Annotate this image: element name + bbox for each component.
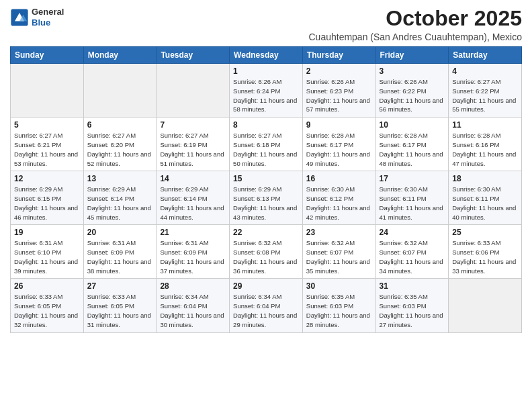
calendar-cell: 10Sunrise: 6:28 AM Sunset: 6:17 PM Dayli… (375, 118, 449, 171)
day-info: Sunrise: 6:28 AM Sunset: 6:17 PM Dayligh… (380, 131, 445, 168)
day-info: Sunrise: 6:26 AM Sunset: 6:23 PM Dayligh… (306, 77, 372, 114)
calendar-cell: 18Sunrise: 6:30 AM Sunset: 6:11 PM Dayli… (449, 171, 522, 225)
day-number: 21 (160, 228, 226, 237)
day-info: Sunrise: 6:30 AM Sunset: 6:11 PM Dayligh… (380, 185, 445, 222)
calendar-cell: 25Sunrise: 6:33 AM Sunset: 6:06 PM Dayli… (449, 225, 522, 279)
day-number: 10 (380, 120, 445, 130)
calendar-cell (157, 64, 230, 118)
day-info: Sunrise: 6:33 AM Sunset: 6:05 PM Dayligh… (14, 292, 80, 329)
day-number: 19 (14, 228, 80, 237)
day-info: Sunrise: 6:33 AM Sunset: 6:06 PM Dayligh… (452, 238, 518, 275)
day-info: Sunrise: 6:35 AM Sunset: 6:03 PM Dayligh… (380, 292, 445, 329)
week-row-4: 19Sunrise: 6:31 AM Sunset: 6:10 PM Dayli… (11, 225, 522, 279)
day-info: Sunrise: 6:35 AM Sunset: 6:03 PM Dayligh… (306, 292, 372, 329)
day-info: Sunrise: 6:31 AM Sunset: 6:09 PM Dayligh… (160, 238, 226, 275)
day-info: Sunrise: 6:34 AM Sunset: 6:04 PM Dayligh… (160, 292, 226, 329)
calendar-cell: 31Sunrise: 6:35 AM Sunset: 6:03 PM Dayli… (375, 279, 449, 332)
header-wednesday: Wednesday (230, 47, 303, 64)
day-info: Sunrise: 6:30 AM Sunset: 6:12 PM Dayligh… (306, 185, 372, 222)
week-row-3: 12Sunrise: 6:29 AM Sunset: 6:15 PM Dayli… (11, 171, 522, 225)
day-number: 4 (452, 66, 518, 76)
week-row-5: 26Sunrise: 6:33 AM Sunset: 6:05 PM Dayli… (11, 279, 522, 332)
day-number: 6 (87, 120, 153, 130)
day-number: 30 (306, 281, 372, 291)
day-number: 12 (14, 174, 80, 183)
day-number: 7 (160, 120, 226, 130)
calendar-cell: 29Sunrise: 6:34 AM Sunset: 6:04 PM Dayli… (230, 279, 303, 332)
header-sunday: Sunday (11, 47, 84, 64)
calendar-cell: 4Sunrise: 6:27 AM Sunset: 6:22 PM Daylig… (449, 64, 522, 118)
day-info: Sunrise: 6:34 AM Sunset: 6:04 PM Dayligh… (233, 292, 299, 329)
day-number: 16 (306, 174, 372, 183)
calendar-cell: 20Sunrise: 6:31 AM Sunset: 6:09 PM Dayli… (83, 225, 157, 279)
day-number: 2 (306, 66, 372, 76)
calendar-cell: 9Sunrise: 6:28 AM Sunset: 6:17 PM Daylig… (302, 118, 375, 171)
day-info: Sunrise: 6:29 AM Sunset: 6:13 PM Dayligh… (233, 185, 299, 222)
header-friday: Friday (375, 47, 449, 64)
day-info: Sunrise: 6:27 AM Sunset: 6:21 PM Dayligh… (14, 131, 80, 168)
header-monday: Monday (83, 47, 157, 64)
day-info: Sunrise: 6:32 AM Sunset: 6:07 PM Dayligh… (380, 238, 445, 275)
calendar-cell: 27Sunrise: 6:33 AM Sunset: 6:05 PM Dayli… (83, 279, 157, 332)
day-info: Sunrise: 6:32 AM Sunset: 6:07 PM Dayligh… (306, 238, 372, 275)
calendar-cell: 28Sunrise: 6:34 AM Sunset: 6:04 PM Dayli… (157, 279, 230, 332)
calendar-cell: 24Sunrise: 6:32 AM Sunset: 6:07 PM Dayli… (375, 225, 449, 279)
day-number: 20 (87, 228, 153, 237)
calendar-cell (449, 279, 522, 332)
week-row-2: 5Sunrise: 6:27 AM Sunset: 6:21 PM Daylig… (11, 118, 522, 171)
day-number: 8 (233, 120, 299, 130)
day-number: 9 (306, 120, 372, 130)
day-info: Sunrise: 6:31 AM Sunset: 6:09 PM Dayligh… (87, 238, 153, 275)
logo: General Blue (10, 7, 64, 28)
day-number: 3 (380, 66, 445, 76)
day-number: 17 (380, 174, 445, 183)
day-number: 28 (160, 281, 226, 291)
day-number: 25 (452, 228, 518, 237)
day-info: Sunrise: 6:29 AM Sunset: 6:14 PM Dayligh… (160, 185, 226, 222)
day-info: Sunrise: 6:28 AM Sunset: 6:17 PM Dayligh… (306, 131, 372, 168)
day-number: 11 (452, 120, 518, 130)
day-info: Sunrise: 6:26 AM Sunset: 6:22 PM Dayligh… (380, 77, 445, 114)
calendar-cell: 7Sunrise: 6:27 AM Sunset: 6:19 PM Daylig… (157, 118, 230, 171)
day-number: 23 (306, 228, 372, 237)
day-info: Sunrise: 6:29 AM Sunset: 6:14 PM Dayligh… (87, 185, 153, 222)
day-number: 29 (233, 281, 299, 291)
calendar-cell: 3Sunrise: 6:26 AM Sunset: 6:22 PM Daylig… (375, 64, 449, 118)
day-number: 26 (14, 281, 80, 291)
day-info: Sunrise: 6:29 AM Sunset: 6:15 PM Dayligh… (14, 185, 80, 222)
logo-general: General (32, 7, 64, 17)
day-number: 1 (233, 66, 299, 76)
calendar-cell: 23Sunrise: 6:32 AM Sunset: 6:07 PM Dayli… (302, 225, 375, 279)
calendar-cell: 19Sunrise: 6:31 AM Sunset: 6:10 PM Dayli… (11, 225, 84, 279)
calendar-cell: 17Sunrise: 6:30 AM Sunset: 6:11 PM Dayli… (375, 171, 449, 225)
header-saturday: Saturday (449, 47, 522, 64)
day-info: Sunrise: 6:27 AM Sunset: 6:18 PM Dayligh… (233, 131, 299, 168)
calendar-cell: 8Sunrise: 6:27 AM Sunset: 6:18 PM Daylig… (230, 118, 303, 171)
day-info: Sunrise: 6:31 AM Sunset: 6:10 PM Dayligh… (14, 238, 80, 275)
header-tuesday: Tuesday (157, 47, 230, 64)
days-header-row: SundayMondayTuesdayWednesdayThursdayFrid… (11, 47, 522, 64)
calendar-cell: 22Sunrise: 6:32 AM Sunset: 6:08 PM Dayli… (230, 225, 303, 279)
day-number: 14 (160, 174, 226, 183)
calendar-cell (11, 64, 84, 118)
header: General Blue October 2025 Cuauhtempan (S… (10, 7, 522, 42)
logo-text: General Blue (32, 7, 64, 28)
logo-icon (10, 8, 29, 27)
day-info: Sunrise: 6:27 AM Sunset: 6:19 PM Dayligh… (160, 131, 226, 168)
day-number: 13 (87, 174, 153, 183)
calendar-cell: 5Sunrise: 6:27 AM Sunset: 6:21 PM Daylig… (11, 118, 84, 171)
day-info: Sunrise: 6:30 AM Sunset: 6:11 PM Dayligh… (452, 185, 518, 222)
week-row-1: 1Sunrise: 6:26 AM Sunset: 6:24 PM Daylig… (11, 64, 522, 118)
calendar-cell: 30Sunrise: 6:35 AM Sunset: 6:03 PM Dayli… (302, 279, 375, 332)
calendar-cell: 11Sunrise: 6:28 AM Sunset: 6:16 PM Dayli… (449, 118, 522, 171)
title-section: October 2025 Cuauhtempan (San Andres Cua… (308, 7, 522, 42)
day-info: Sunrise: 6:32 AM Sunset: 6:08 PM Dayligh… (233, 238, 299, 275)
calendar-cell: 15Sunrise: 6:29 AM Sunset: 6:13 PM Dayli… (230, 171, 303, 225)
day-info: Sunrise: 6:26 AM Sunset: 6:24 PM Dayligh… (233, 77, 299, 114)
day-number: 18 (452, 174, 518, 183)
day-number: 15 (233, 174, 299, 183)
calendar-table: SundayMondayTuesdayWednesdayThursdayFrid… (10, 46, 522, 332)
day-number: 31 (380, 281, 445, 291)
day-number: 5 (14, 120, 80, 130)
day-number: 22 (233, 228, 299, 237)
